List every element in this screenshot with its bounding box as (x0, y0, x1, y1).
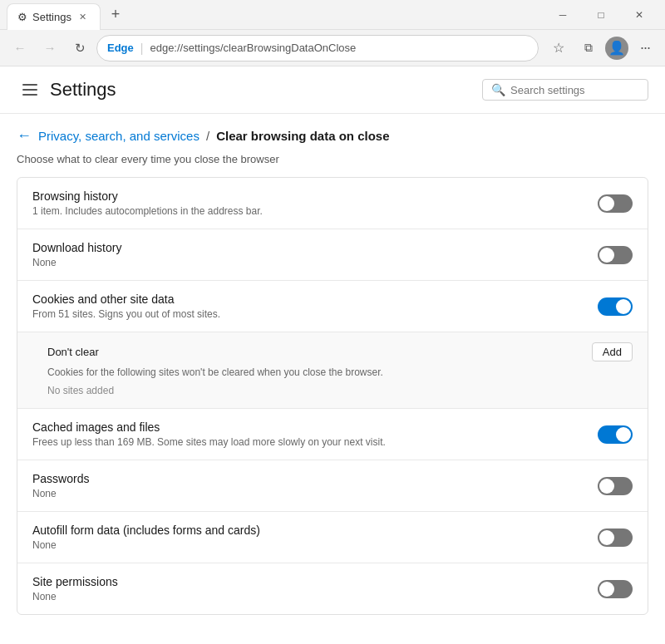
settings-card: Browsing history 1 item. Includes autoco… (17, 177, 648, 615)
setting-info: Cached images and files Frees up less th… (32, 420, 386, 448)
forward-icon: → (44, 41, 57, 55)
add-site-button[interactable]: Add (592, 342, 633, 361)
back-button[interactable]: ← (7, 35, 33, 61)
header-left: Settings (17, 76, 116, 103)
tab-close-button[interactable]: ✕ (76, 10, 90, 23)
edge-logo: Edge (107, 42, 134, 54)
refresh-icon: ↻ (75, 41, 86, 56)
close-icon: ✕ (635, 9, 643, 21)
setting-info: Site permissions None (32, 575, 118, 602)
setting-info: Passwords None (32, 472, 89, 499)
search-box[interactable]: 🔍 (482, 79, 648, 101)
setting-info: Browsing history 1 item. Includes autoco… (32, 189, 263, 217)
download-history-toggle[interactable] (598, 246, 633, 264)
toggle-thumb (616, 299, 631, 314)
refresh-button[interactable]: ↻ (66, 35, 93, 61)
profile-icon[interactable]: 👤 (605, 37, 628, 60)
dont-clear-section: Don't clear Add Cookies for the followin… (17, 332, 648, 409)
dont-clear-title: Don't clear (47, 346, 99, 358)
toolbar-icons: ☆ ⧉ 👤 ··· (545, 35, 658, 61)
breadcrumb-separator: / (206, 129, 209, 143)
breadcrumb-back-button[interactable]: ← (17, 127, 32, 145)
tab-title: Settings (32, 11, 71, 23)
search-icon: 🔍 (491, 83, 505, 96)
settings-header: Settings 🔍 (0, 66, 665, 114)
site-permissions-toggle[interactable] (598, 580, 633, 598)
window-controls: ─ □ ✕ (544, 0, 658, 30)
browsing-history-toggle[interactable] (598, 194, 633, 213)
setting-item-browsing-history: Browsing history 1 item. Includes autoco… (17, 178, 648, 229)
setting-label: Passwords (32, 472, 89, 485)
minimize-button[interactable]: ─ (544, 0, 582, 30)
more-tools-icon[interactable]: ··· (632, 35, 658, 61)
toggle-thumb (599, 479, 614, 494)
setting-item-passwords: Passwords None (17, 460, 648, 512)
titlebar: ⚙ Settings ✕ + ─ □ ✕ (0, 0, 665, 30)
address-separator: | (140, 42, 144, 55)
setting-label: Autofill form data (includes forms and c… (32, 524, 260, 537)
setting-sublabel: None (32, 257, 121, 268)
settings-gear-icon: ⚙ (17, 11, 27, 23)
setting-item-cached-images: Cached images and files Frees up less th… (17, 409, 648, 460)
setting-label: Download history (32, 241, 121, 254)
setting-sublabel: 1 item. Includes autocompletions in the … (32, 205, 263, 217)
setting-label: Cached images and files (32, 420, 386, 434)
setting-item-cookies: Cookies and other site data From 51 site… (17, 281, 648, 332)
setting-row: Download history None (32, 241, 633, 268)
passwords-toggle[interactable] (598, 477, 633, 495)
back-icon: ← (14, 41, 27, 55)
page-content: ← Privacy, search, and services / Clear … (0, 114, 665, 632)
setting-info: Download history None (32, 241, 121, 268)
setting-sublabel: From 51 sites. Signs you out of most sit… (32, 308, 220, 320)
titlebar-left: ⚙ Settings ✕ + (7, 2, 127, 28)
hamburger-line (22, 94, 37, 96)
toggle-thumb (599, 248, 614, 263)
plus-icon: + (111, 6, 121, 23)
restore-icon: □ (598, 9, 603, 21)
setting-label: Browsing history (32, 189, 263, 203)
setting-row: Autofill form data (includes forms and c… (32, 524, 633, 551)
addressbar: ← → ↻ Edge | edge://settings/clearBrowsi… (0, 30, 665, 66)
setting-row: Site permissions None (32, 575, 633, 602)
setting-label: Cookies and other site data (32, 293, 220, 306)
settings-title: Settings (50, 79, 116, 101)
page-description: Choose what to clear every time you clos… (17, 148, 648, 177)
close-button[interactable]: ✕ (620, 0, 658, 30)
setting-label: Site permissions (32, 575, 118, 588)
toggle-thumb (599, 530, 614, 545)
setting-sublabel: None (32, 539, 260, 551)
browser-content: Settings 🔍 ← Privacy, search, and servic… (0, 66, 665, 644)
toggle-thumb (599, 196, 614, 211)
hamburger-button[interactable] (17, 76, 43, 103)
hamburger-line (22, 84, 37, 86)
new-tab-button[interactable]: + (104, 3, 127, 27)
toggle-thumb (616, 427, 631, 442)
setting-row: Browsing history 1 item. Includes autoco… (32, 189, 633, 217)
address-box[interactable]: Edge | edge://settings/clearBrowsingData… (96, 35, 539, 61)
favorites-icon[interactable]: ☆ (545, 35, 572, 61)
setting-item-autofill: Autofill form data (includes forms and c… (17, 512, 648, 563)
breadcrumb-parent-link[interactable]: Privacy, search, and services (38, 129, 200, 143)
breadcrumb-current: Clear browsing data on close (216, 129, 389, 143)
breadcrumb: ← Privacy, search, and services / Clear … (17, 114, 648, 148)
cached-images-toggle[interactable] (598, 425, 633, 444)
dont-clear-description: Cookies for the following sites won't be… (47, 366, 633, 378)
cookies-toggle[interactable] (598, 297, 633, 316)
profile-avatar: 👤 (608, 40, 625, 56)
active-tab[interactable]: ⚙ Settings ✕ (7, 3, 101, 30)
setting-row: Cached images and files Frees up less th… (32, 420, 633, 448)
minimize-icon: ─ (559, 9, 567, 21)
hamburger-line (22, 89, 37, 91)
no-sites-label: No sites added (47, 385, 633, 396)
setting-row: Passwords None (32, 472, 633, 499)
collections-icon[interactable]: ⧉ (575, 35, 602, 61)
close-icon: ✕ (79, 12, 86, 22)
search-input[interactable] (510, 84, 639, 96)
forward-button[interactable]: → (37, 35, 63, 61)
restore-button[interactable]: □ (582, 0, 620, 30)
setting-item-download-history: Download history None (17, 229, 648, 281)
setting-sublabel: None (32, 591, 118, 602)
dont-clear-header: Don't clear Add (47, 342, 633, 361)
autofill-toggle[interactable] (598, 528, 633, 547)
setting-item-site-permissions: Site permissions None (17, 563, 648, 614)
